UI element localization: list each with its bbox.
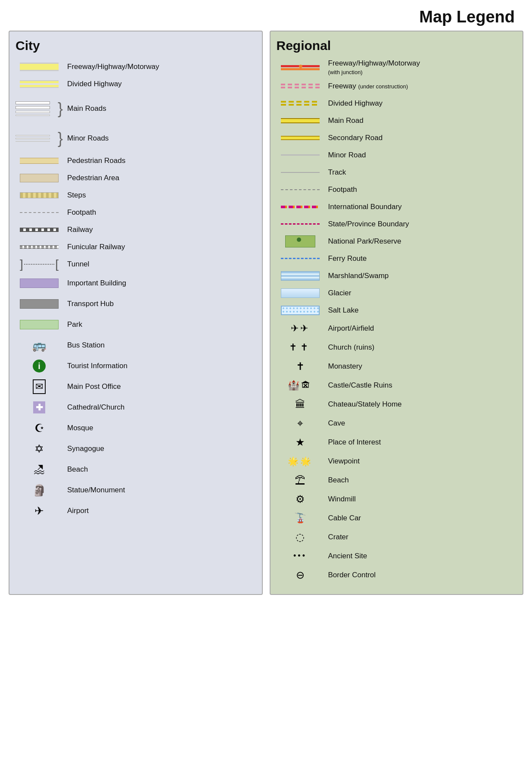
reg-yellow-dash-1 bbox=[281, 101, 320, 103]
beach-city-label: Beach bbox=[67, 465, 88, 474]
list-item: ⌖ Cave bbox=[277, 415, 517, 432]
list-item: Park bbox=[16, 315, 256, 334]
main-roads-label: Main Roads bbox=[67, 104, 106, 113]
important-building-symbol bbox=[16, 278, 63, 288]
pedestrian-area-bar bbox=[20, 174, 59, 182]
regional-column: Regional Freeway/Highway/Motorway(with j… bbox=[270, 31, 524, 595]
national-park-dot bbox=[297, 238, 301, 242]
page-title: Map Legend bbox=[0, 0, 532, 31]
road-medium bbox=[16, 111, 50, 113]
info-icon: i bbox=[33, 360, 46, 372]
synagogue-icon: ✡ bbox=[34, 442, 44, 456]
reg-divided-hwy-label: Divided Highway bbox=[328, 99, 383, 108]
reg-minor-road-symbol bbox=[277, 154, 324, 156]
reg-beach-icon: ⛱ bbox=[295, 474, 305, 486]
list-item: Main Road bbox=[277, 113, 517, 128]
footpath-city-bar bbox=[20, 212, 59, 213]
reg-track-symbol bbox=[277, 172, 324, 173]
chateau-icon: 🏛 bbox=[295, 398, 305, 410]
reg-airport-label: Airport/Airfield bbox=[328, 324, 374, 333]
cathedral-label: Cathedral/Church bbox=[67, 403, 124, 412]
bus-icon: 🚌 bbox=[32, 339, 46, 352]
reg-beach-symbol: ⛱ bbox=[277, 474, 324, 486]
list-item: 🚌 Bus Station bbox=[16, 336, 256, 355]
reg-ferry-label: Ferry Route bbox=[328, 254, 367, 263]
list-item: 🏖 Beach bbox=[16, 460, 256, 479]
footpath-city-label: Footpath bbox=[67, 208, 96, 217]
minor-roads-symbol: } bbox=[16, 131, 63, 146]
divided-hwy-bar bbox=[20, 80, 59, 88]
divided-hwy-label: Divided Highway bbox=[67, 80, 122, 88]
reg-intl-boundary-label: International Boundary bbox=[328, 203, 402, 211]
windmill-icon: ⚙ bbox=[296, 493, 305, 505]
city-column: City Freeway/Highway/Motorway Divided Hi… bbox=[9, 31, 263, 595]
important-building-label: Important Building bbox=[67, 279, 126, 288]
cave-icon: ⌖ bbox=[297, 417, 303, 429]
minor-bracket: } bbox=[58, 131, 63, 146]
road-lines-group bbox=[16, 101, 57, 116]
list-item: ⊖ Border Control bbox=[277, 566, 517, 584]
list-item: 🏰🏚 Castle/Castle Ruins bbox=[277, 377, 517, 394]
reg-footpath-bar bbox=[281, 189, 320, 190]
steps-bar bbox=[20, 192, 59, 198]
tourist-info-label: Tourist Information bbox=[67, 362, 128, 370]
reg-main-road-symbol bbox=[277, 118, 324, 123]
reg-intl-boundary-symbol bbox=[277, 206, 324, 208]
reg-border-label: Border Control bbox=[328, 571, 376, 579]
steps-symbol bbox=[16, 192, 63, 198]
reg-secondary-road-bar bbox=[281, 136, 320, 140]
reg-divided-hwy-symbol bbox=[277, 101, 324, 106]
reg-orange-line bbox=[281, 68, 320, 70]
reg-marshland-symbol bbox=[277, 271, 324, 281]
synagogue-symbol: ✡ bbox=[16, 442, 63, 456]
airport-city-symbol: ✈ bbox=[16, 504, 63, 518]
reg-national-park-bar bbox=[285, 235, 315, 247]
road-thick-2 bbox=[16, 106, 50, 109]
reg-salt-lake-symbol bbox=[277, 306, 324, 315]
reg-crater-symbol: ◌ bbox=[277, 531, 324, 543]
railway-bar bbox=[20, 228, 59, 232]
reg-windmill-label: Windmill bbox=[328, 495, 356, 504]
beach-city-symbol: 🏖 bbox=[16, 463, 63, 476]
pedestrian-roads-label: Pedestrian Roads bbox=[67, 156, 125, 165]
list-item: Divided Highway bbox=[277, 96, 517, 111]
list-item: 🚡 Cable Car bbox=[277, 510, 517, 527]
list-item: ] [ Tunnel bbox=[16, 257, 256, 272]
funicular-bar bbox=[20, 245, 59, 249]
reg-chateau-symbol: 🏛 bbox=[277, 398, 324, 410]
list-item: Marshland/Swamp bbox=[277, 268, 517, 284]
list-item: Important Building bbox=[16, 274, 256, 293]
reg-secondary-road-symbol bbox=[277, 136, 324, 140]
road-thick-1 bbox=[16, 101, 50, 104]
mosque-label: Mosque bbox=[67, 424, 93, 432]
reg-pink-dash-2 bbox=[281, 87, 320, 88]
list-item: Divided Highway bbox=[16, 76, 256, 92]
reg-track-label: Track bbox=[328, 168, 346, 177]
minor-roads-group: } bbox=[16, 131, 63, 146]
border-control-icon: ⊖ bbox=[296, 569, 305, 581]
reg-border-symbol: ⊖ bbox=[277, 569, 324, 581]
reg-freeway-const-bar bbox=[281, 84, 320, 88]
funicular-symbol bbox=[16, 245, 63, 249]
pedestrian-road-bar bbox=[20, 158, 59, 164]
list-item: Railway bbox=[16, 222, 256, 238]
reg-intl-boundary-bar bbox=[281, 206, 320, 208]
reg-viewpoint-label: Viewpoint bbox=[328, 457, 360, 466]
list-item: National Park/Reserve bbox=[277, 234, 517, 249]
list-item: } Minor Roads bbox=[16, 125, 256, 151]
freeway-road-bar bbox=[20, 63, 59, 71]
list-item: Freeway/Highway/Motorway(with junction) bbox=[277, 59, 517, 77]
post-office-symbol: ✉ bbox=[16, 379, 63, 394]
pedestrian-roads-symbol bbox=[16, 158, 63, 164]
reg-cablecar-symbol: 🚡 bbox=[277, 513, 324, 524]
reg-divided-bar bbox=[281, 101, 320, 106]
list-item: ✡ Synagogue bbox=[16, 439, 256, 458]
list-item: Salt Lake bbox=[277, 303, 517, 318]
reg-monastery-label: Monastery bbox=[328, 362, 362, 371]
reg-crater-label: Crater bbox=[328, 533, 348, 541]
reg-minor-road-bar bbox=[281, 154, 320, 156]
reg-freeway-symbol bbox=[277, 65, 324, 70]
regional-header: Regional bbox=[277, 38, 517, 53]
reg-pink-dash-1 bbox=[281, 84, 320, 85]
reg-freeway-label: Freeway/Highway/Motorway(with junction) bbox=[328, 59, 420, 77]
